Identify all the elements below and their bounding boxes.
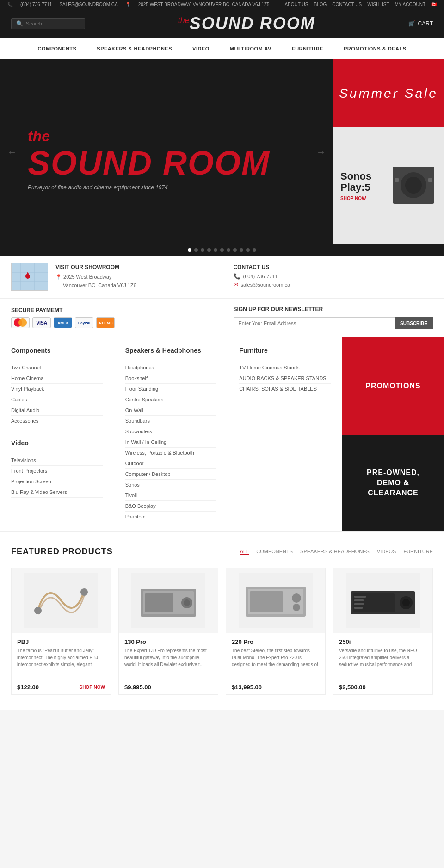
topbar-email[interactable]: SALES@SOUNDROOM.CA bbox=[59, 2, 117, 7]
hero-prev-button[interactable]: ← bbox=[7, 147, 17, 157]
topbar-wishlist[interactable]: WISHLIST bbox=[367, 2, 389, 7]
category-two-channel[interactable]: Two Channel bbox=[11, 362, 103, 373]
hero-product-shop-now[interactable]: SHOP NOW bbox=[340, 196, 386, 201]
nav-multiroom[interactable]: MULTIROOM AV bbox=[220, 38, 282, 59]
payment-info: SECURE PAYMEMT VISA AMEX PayPal INTERAC bbox=[11, 307, 115, 328]
payment-icon-amex: AMEX bbox=[54, 317, 72, 328]
topbar-blog[interactable]: BLOG bbox=[314, 2, 327, 7]
pre-owned-box[interactable]: PRE-OWNED,DEMO & CLEARANCE bbox=[342, 435, 444, 532]
category-phantom[interactable]: Phantom bbox=[125, 512, 217, 522]
category-blu-ray[interactable]: Blu Ray & Video Servers bbox=[11, 487, 103, 498]
category-in-wall[interactable]: In-Wall / In-Ceiling bbox=[125, 437, 217, 448]
nav-promotions[interactable]: PROMOTIONS & DEALS bbox=[333, 38, 417, 59]
hero-dot-3[interactable] bbox=[201, 248, 204, 252]
location-icon: 📍 bbox=[125, 2, 131, 7]
featured-title: FEATURED PRODUCTS bbox=[11, 547, 113, 556]
category-home-cinema[interactable]: Home Cinema bbox=[11, 373, 103, 384]
contact-title: CONTACT US bbox=[234, 264, 290, 270]
svg-point-16 bbox=[80, 588, 88, 596]
info-row-1: VISIT OUR SHOWROOM 📍 2025 West Broadway … bbox=[0, 256, 444, 299]
site-logo[interactable]: theSOUND ROOM bbox=[85, 14, 408, 33]
contact-phone[interactable]: (604) 736-7711 bbox=[243, 274, 278, 279]
cart-area[interactable]: 🛒 CART bbox=[408, 20, 433, 27]
topbar-about[interactable]: ABOUT US bbox=[284, 2, 308, 7]
showroom-title: VISIT OUR SHOWROOM bbox=[56, 264, 136, 270]
promo-column: PROMOTIONS PRE-OWNED,DEMO & CLEARANCE bbox=[342, 337, 444, 531]
nav-components[interactable]: COMPONENTS bbox=[28, 38, 87, 59]
category-video-title: Video bbox=[11, 439, 103, 450]
category-on-wall[interactable]: On-Wall bbox=[125, 405, 217, 416]
pre-owned-text: PRE-OWNED,DEMO & CLEARANCE bbox=[352, 468, 435, 499]
newsletter-subscribe-button[interactable]: SUBSCRIBE bbox=[395, 317, 433, 329]
category-headphones[interactable]: Headphones bbox=[125, 362, 217, 373]
nav-video[interactable]: VIDEO bbox=[182, 38, 220, 59]
hero-logo: the SOUND ROOM bbox=[28, 113, 305, 180]
product-footer-220pro: $13,995.00 bbox=[226, 680, 325, 694]
contact-phone-row: 📞 (604) 736-7711 bbox=[234, 273, 290, 280]
category-vinyl-playback[interactable]: Vinyl Playback bbox=[11, 384, 103, 394]
shop-now-pbj[interactable]: SHOP NOW bbox=[80, 685, 105, 690]
hero-dot-1[interactable] bbox=[188, 248, 191, 252]
category-accessories[interactable]: Accessories bbox=[11, 416, 103, 426]
category-floor-standing[interactable]: Floor Standing bbox=[125, 384, 217, 394]
category-computer-desktop[interactable]: Computer / Desktop bbox=[125, 469, 217, 480]
payment-icon-visa: VISA bbox=[32, 317, 51, 328]
product-info-130pro: 130 Pro The Expert 130 Pro represents th… bbox=[119, 633, 218, 680]
product-desc-220pro: The best Stereo, the first step towards … bbox=[232, 647, 320, 669]
category-sonos[interactable]: Sonos bbox=[125, 480, 217, 490]
newsletter-title: SIGN UP FOR OUR NEWSLETTER bbox=[234, 306, 433, 312]
filter-videos[interactable]: VIDEOS bbox=[377, 549, 396, 555]
hero-dot-10[interactable] bbox=[246, 248, 250, 252]
category-bao-beoplay[interactable]: B&O Beoplay bbox=[125, 501, 217, 512]
category-audio-racks[interactable]: AUDIO RACKS & SPEAKER STANDS bbox=[239, 373, 331, 384]
contact-email[interactable]: sales@soundroom.ca bbox=[241, 282, 290, 287]
category-chairs-sofas[interactable]: CHAIRS, SOFAS & SIDE TABLES bbox=[239, 384, 331, 394]
category-outdoor[interactable]: Outdoor bbox=[125, 458, 217, 469]
category-cables[interactable]: Cables bbox=[11, 394, 103, 405]
category-digital-audio[interactable]: Digital Audio bbox=[11, 405, 103, 416]
hero-dot-6[interactable] bbox=[220, 248, 224, 252]
topbar-phone[interactable]: (604) 736-7711 bbox=[20, 2, 52, 7]
svg-rect-26 bbox=[250, 591, 283, 612]
category-tv-stands[interactable]: TV Home Cinemas Stands bbox=[239, 362, 331, 373]
category-projection-screen[interactable]: Projection Screen bbox=[11, 476, 103, 487]
payment-icon-interac: INTERAC bbox=[96, 317, 115, 328]
hero-dot-7[interactable] bbox=[227, 248, 230, 252]
hero-product-info: SonosPlay:5 SHOP NOW bbox=[340, 171, 386, 201]
nav-speakers[interactable]: SPEAKERS & HEADPHONES bbox=[86, 38, 182, 59]
newsletter-input[interactable] bbox=[234, 317, 395, 329]
category-tivoli[interactable]: Tivoli bbox=[125, 490, 217, 501]
topbar-address[interactable]: 2025 WEST BROADWAY, VANCOUVER BC, CANADA… bbox=[138, 2, 270, 7]
top-bar: 📞 (604) 736-7711 SALES@SOUNDROOM.CA 📍 20… bbox=[0, 0, 444, 9]
filter-all[interactable]: ALL bbox=[240, 549, 249, 555]
filter-speakers[interactable]: SPEAKERS & HEADPHONES bbox=[300, 549, 370, 555]
category-centre-speakers[interactable]: Centre Speakers bbox=[125, 394, 217, 405]
hero-dot-9[interactable] bbox=[240, 248, 243, 252]
category-bookshelf[interactable]: Bookshelf bbox=[125, 373, 217, 384]
category-wireless-portable-bluetooth[interactable]: Wireless, Portable & Bluetooth bbox=[125, 448, 217, 458]
hero-dot-5[interactable] bbox=[214, 248, 217, 252]
search-input[interactable] bbox=[26, 21, 81, 26]
product-footer-250i: $2,500.00 bbox=[333, 680, 432, 694]
product-info-250i: 250i Versatile and intuitive to use, the… bbox=[333, 633, 432, 680]
product-price-130pro: $9,995.00 bbox=[124, 684, 151, 691]
filter-components[interactable]: COMPONENTS bbox=[256, 549, 293, 555]
category-subwoofers[interactable]: Subwoofers bbox=[125, 426, 217, 437]
promotions-box[interactable]: PROMOTIONS bbox=[342, 337, 444, 435]
topbar-contact[interactable]: CONTACT US bbox=[332, 2, 362, 7]
hero-dot-8[interactable] bbox=[233, 248, 237, 252]
filter-furniture[interactable]: FURNITURE bbox=[403, 549, 433, 555]
category-front-projectors[interactable]: Front Projectors bbox=[11, 466, 103, 476]
hero-dot-11[interactable] bbox=[253, 248, 256, 252]
svg-rect-4 bbox=[428, 178, 432, 182]
category-televisions[interactable]: Televisions bbox=[11, 455, 103, 466]
category-soundbars[interactable]: Soundbars bbox=[125, 416, 217, 426]
hero-dot-4[interactable] bbox=[207, 248, 211, 252]
contact-info: CONTACT US 📞 (604) 736-7711 ✉ sales@soun… bbox=[234, 264, 290, 290]
hero-dot-2[interactable] bbox=[194, 248, 198, 252]
featured-header: FEATURED PRODUCTS ALL COMPONENTS SPEAKER… bbox=[11, 547, 433, 556]
hero-next-button[interactable]: → bbox=[316, 147, 326, 157]
topbar-account[interactable]: MY ACCOUNT bbox=[395, 2, 426, 7]
category-section: Components Two Channel Home Cinema Vinyl… bbox=[0, 337, 444, 532]
nav-furniture[interactable]: FURNITURE bbox=[282, 38, 333, 59]
